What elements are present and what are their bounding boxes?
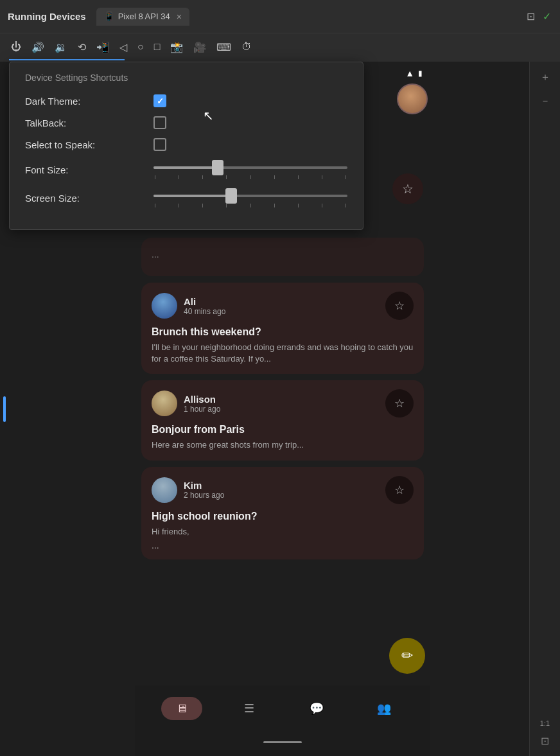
nav-indicator-bar xyxy=(263,741,302,743)
device-settings-popup: Device Settings Shortcuts Dark Theme: Ta… xyxy=(9,62,363,230)
card-ellipsis-kim: ... xyxy=(152,540,414,550)
card-name-ali: Ali xyxy=(184,296,379,307)
bottom-nav: 🖥 ☰ 💬 👥 xyxy=(135,685,430,756)
email-card-ali[interactable]: Ali 40 mins ago ☆ Brunch this weekend? I… xyxy=(141,283,424,374)
popup-title: Device Settings Shortcuts xyxy=(25,73,347,83)
tab-close-button[interactable]: × xyxy=(177,12,182,22)
select-to-speak-row: Select to Speak: xyxy=(25,138,347,151)
font-size-slider-track xyxy=(153,166,347,169)
nav-item-contacts[interactable]: 👥 xyxy=(363,697,405,720)
left-indicator-bar xyxy=(3,396,6,422)
star-button-ali[interactable]: ☆ xyxy=(385,292,414,320)
star-button-allison[interactable]: ☆ xyxy=(385,389,414,418)
nav-bar: 🖥 ☰ 💬 👥 xyxy=(135,685,430,732)
volume-up-icon[interactable]: 🔊 xyxy=(30,39,46,55)
top-bar: Running Devices 📱 Pixel 8 API 34 × ⊡ ✓ xyxy=(0,0,560,33)
talkback-checkbox[interactable] xyxy=(153,116,166,129)
home-indicator xyxy=(135,732,430,752)
screen-size-slider-thumb[interactable] xyxy=(225,188,237,204)
card-subject-ali: Brunch this weekend? xyxy=(152,326,414,338)
timer-icon[interactable]: ⏱ xyxy=(240,39,254,55)
card-name-allison: Allison xyxy=(184,394,379,405)
card-info-kim: Kim 2 hours ago xyxy=(184,480,379,500)
record-icon[interactable]: 🎥 xyxy=(191,39,208,55)
fab-star-top[interactable]: ☆ xyxy=(392,173,423,204)
run-icon[interactable]: ✓ xyxy=(541,9,552,24)
nav-item-list[interactable]: ☰ xyxy=(229,697,270,720)
card-preview-ali: I'll be in your neighborhood doing erran… xyxy=(152,342,414,365)
font-size-label: Font Size: xyxy=(25,164,153,175)
card-header-allison: Allison 1 hour ago ☆ xyxy=(152,389,414,418)
fab-compose-button[interactable]: ✏ xyxy=(389,638,425,674)
keyboard-icon[interactable]: ⌨ xyxy=(214,39,233,55)
device-shortcuts-icon[interactable]: 📲 xyxy=(94,39,111,55)
card-subject-allison: Bonjour from Paris xyxy=(152,424,414,435)
font-size-slider-thumb[interactable] xyxy=(212,160,223,175)
partial-ellipsis: ... xyxy=(152,249,414,259)
tab-label: Pixel 8 API 34 xyxy=(118,12,170,21)
device-tab[interactable]: 📱 Pixel 8 API 34 × xyxy=(96,8,189,26)
top-bar-actions: ⊡ ✓ xyxy=(525,9,552,24)
screen-size-label: Screen Size: xyxy=(25,193,153,204)
nav-chat-icon: 💬 xyxy=(296,697,337,720)
nav-inbox-icon: 🖥 xyxy=(161,697,202,720)
side-ratio-label: 1:1 xyxy=(540,719,550,727)
back-icon[interactable]: ◁ xyxy=(118,39,129,55)
font-size-row: Font Size: xyxy=(25,160,347,179)
screen-size-row: Screen Size: xyxy=(25,188,347,207)
card-preview-kim: Hi friends, xyxy=(152,526,414,538)
card-time-kim: 2 hours ago xyxy=(184,491,379,500)
dark-theme-label: Dark Theme: xyxy=(25,96,153,107)
email-card-partial[interactable]: ... xyxy=(141,238,424,276)
font-size-ticks xyxy=(153,175,347,179)
screen-size-slider-track xyxy=(153,195,347,197)
app-title: Running Devices xyxy=(8,11,86,22)
nav-contacts-icon: 👥 xyxy=(363,697,405,720)
card-name-kim: Kim xyxy=(184,480,379,491)
volume-down-icon[interactable]: 🔉 xyxy=(53,39,69,55)
home-icon[interactable]: ○ xyxy=(136,39,146,55)
nav-list-icon: ☰ xyxy=(229,697,270,720)
left-strip xyxy=(0,62,9,756)
side-panel: ＋ － 1:1 ⊡ xyxy=(529,62,560,756)
select-to-speak-label: Select to Speak: xyxy=(25,139,153,150)
avatar-kim xyxy=(152,477,177,503)
screen-size-ticks xyxy=(153,204,347,207)
card-time-allison: 1 hour ago xyxy=(184,405,379,414)
tab-device-icon: 📱 xyxy=(104,12,114,21)
email-card-kim[interactable]: Kim 2 hours ago ☆ High school reunion? H… xyxy=(141,467,424,559)
display-icon[interactable]: ⊡ xyxy=(525,9,536,24)
card-subject-kim: High school reunion? xyxy=(152,511,414,522)
card-preview-allison: Here are some great shots from my trip..… xyxy=(152,439,414,451)
battery-icon: ▮ xyxy=(418,69,423,78)
recent-icon[interactable]: □ xyxy=(152,39,162,55)
wifi-icon: ▲ xyxy=(405,68,414,78)
talkback-label: TalkBack: xyxy=(25,118,153,128)
select-to-speak-checkbox[interactable] xyxy=(153,138,166,151)
card-info-ali: Ali 40 mins ago xyxy=(184,296,379,316)
nav-item-inbox[interactable]: 🖥 xyxy=(161,697,202,720)
font-size-slider-container xyxy=(153,160,347,179)
avatar-top xyxy=(397,84,428,114)
star-button-kim[interactable]: ☆ xyxy=(385,476,414,504)
email-card-allison[interactable]: Allison 1 hour ago ☆ Bonjour from Paris … xyxy=(141,380,424,460)
side-minus-button[interactable]: － xyxy=(538,92,553,110)
rotate-left-icon[interactable]: ⟲ xyxy=(76,39,88,55)
avatar-face xyxy=(398,85,426,113)
talkback-row: TalkBack: xyxy=(25,116,347,129)
side-plus-button[interactable]: ＋ xyxy=(538,68,553,87)
card-header-ali: Ali 40 mins ago ☆ xyxy=(152,292,414,320)
avatar-ali xyxy=(152,293,177,319)
nav-item-chat[interactable]: 💬 xyxy=(296,697,337,720)
card-time-ali: 40 mins ago xyxy=(184,307,379,316)
dark-theme-checkbox[interactable] xyxy=(153,94,166,107)
side-screen-button[interactable]: ⊡ xyxy=(538,732,552,750)
screen-size-slider-container xyxy=(153,188,347,207)
toolbar: ⏻ 🔊 🔉 ⟲ 📲 ◁ ○ □ 📸 🎥 ⌨ ⏱ xyxy=(0,33,560,62)
dark-theme-row: Dark Theme: xyxy=(25,94,347,107)
power-icon[interactable]: ⏻ xyxy=(9,39,23,55)
screenshot-icon[interactable]: 📸 xyxy=(168,39,185,55)
card-header-kim: Kim 2 hours ago ☆ xyxy=(152,476,414,504)
email-cards-area: ... Ali 40 mins ago ☆ Brunch this weeken… xyxy=(135,238,430,679)
avatar-allison xyxy=(152,391,177,416)
